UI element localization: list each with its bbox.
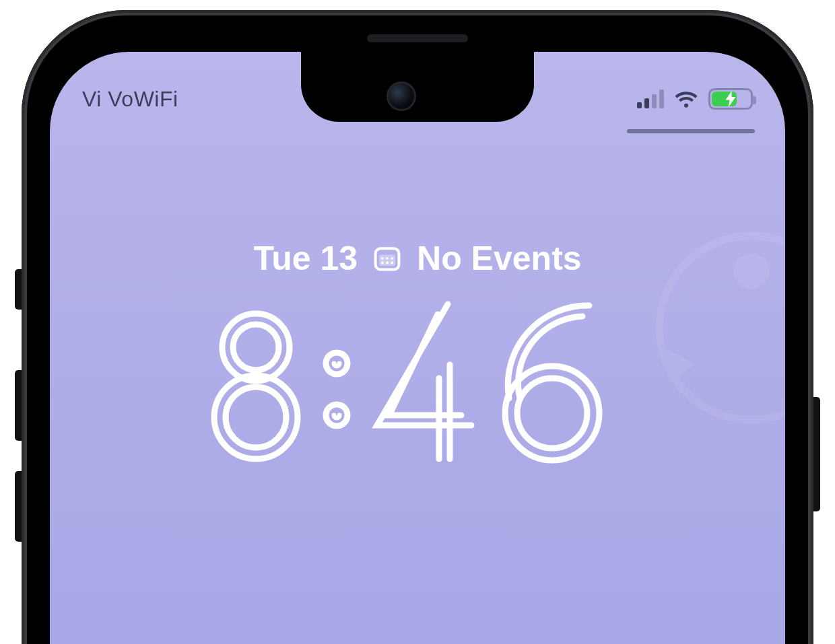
svg-point-5 [386, 257, 389, 260]
side-button [813, 397, 820, 511]
lockscreen-time: 8:46 [50, 291, 785, 468]
svg-point-15 [326, 404, 347, 426]
svg-point-11 [233, 324, 279, 370]
lock-screen[interactable]: Vi VoWiFi [50, 52, 785, 644]
svg-point-17 [517, 378, 587, 448]
svg-point-4 [381, 257, 384, 260]
wifi-icon [673, 89, 699, 109]
cellular-signal-icon [637, 90, 664, 108]
lockscreen-date: Tue 13 [253, 239, 358, 278]
svg-point-6 [391, 257, 394, 260]
side-button [15, 269, 22, 310]
calendar-icon [372, 244, 402, 273]
svg-rect-3 [379, 255, 395, 266]
status-underline [627, 129, 755, 133]
svg-point-14 [326, 353, 347, 374]
svg-point-8 [386, 262, 389, 264]
side-button [15, 471, 22, 542]
svg-point-7 [381, 262, 384, 264]
date-events-row[interactable]: Tue 13 No Events [50, 239, 785, 278]
charging-bolt-icon [710, 90, 751, 108]
status-right [637, 88, 753, 110]
speaker-slit [367, 34, 468, 42]
status-bar: Vi VoWiFi [50, 79, 785, 119]
carrier-label: Vi VoWiFi [82, 87, 178, 112]
phone-frame: Vi VoWiFi [22, 10, 813, 644]
side-button [15, 370, 22, 441]
lockscreen-events: No Events [417, 239, 582, 278]
svg-point-9 [391, 262, 394, 264]
battery-icon [708, 88, 753, 110]
svg-point-13 [226, 387, 286, 448]
